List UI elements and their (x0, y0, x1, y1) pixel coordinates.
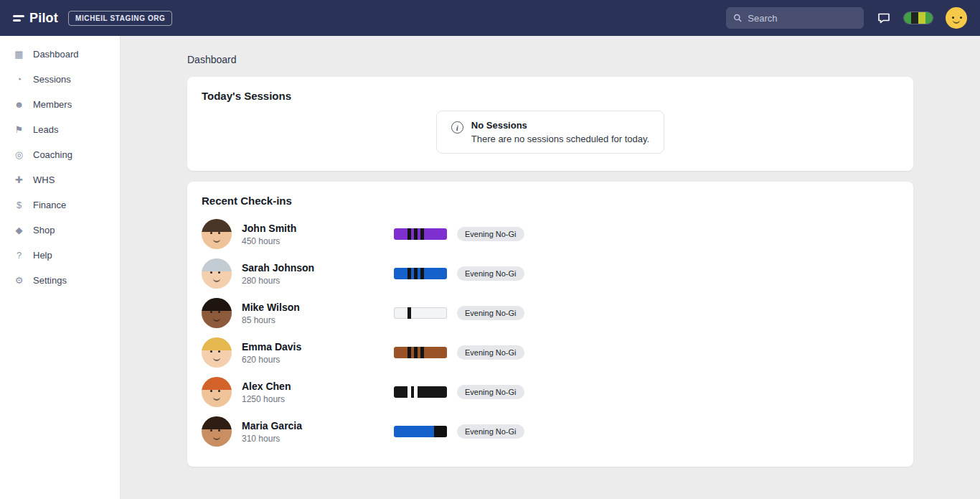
sidebar-item-icon: ⚑ (13, 124, 25, 135)
sidebar-item-icon: ◎ (13, 149, 25, 160)
today-sessions-title: Today's Sessions (202, 90, 899, 102)
avatar-hair (202, 258, 232, 271)
sidebar: ▦ Dashboard ◔ Sessions ☻ Members ⚑ Leads… (0, 36, 121, 499)
recent-checkins-card: Recent Check-ins John Smith 450 hours Ev… (187, 182, 913, 467)
checkin-row[interactable]: John Smith 450 hours Evening No-Gi (202, 217, 899, 251)
sidebar-item-members[interactable]: ☻ Members (0, 92, 120, 117)
sidebar-item-whs[interactable]: ✚ WHS (0, 167, 120, 192)
search-icon (733, 13, 742, 23)
avatar-hair (202, 377, 232, 390)
member-hours: 280 hours (242, 276, 394, 286)
belt-bar (394, 228, 447, 240)
sidebar-item-shop[interactable]: ◆ Shop (0, 218, 120, 243)
member-info: Mike Wilson 85 hours (242, 302, 394, 325)
checkin-class-badge: Evening No-Gi (457, 424, 524, 439)
member-hours: 620 hours (242, 355, 394, 365)
sidebar-item-label: Coaching (33, 149, 72, 160)
sidebar-item-label: Leads (33, 124, 58, 135)
member-info: Alex Chen 1250 hours (242, 381, 394, 404)
avatar-hair (202, 337, 232, 350)
avatar-hair (202, 219, 232, 232)
member-name: Maria Garcia (242, 420, 394, 432)
avatar-hair (202, 416, 232, 429)
pilot-logo-text: Pilot (29, 11, 58, 26)
sidebar-item-label: Members (33, 99, 72, 110)
main-content: Dashboard Today's Sessions i No Sessions… (121, 36, 980, 499)
sidebar-item-label: Shop (33, 225, 55, 235)
today-sessions-card: Today's Sessions i No Sessions There are… (187, 77, 913, 171)
chat-icon[interactable] (877, 11, 891, 25)
checkin-class-badge: Evening No-Gi (457, 266, 524, 281)
member-avatar (202, 258, 232, 289)
member-hours: 450 hours (242, 236, 394, 246)
member-avatar (202, 337, 232, 368)
member-info: Sarah Johnson 280 hours (242, 262, 394, 286)
sidebar-item-dashboard[interactable]: ▦ Dashboard (0, 42, 120, 67)
belt-bar (394, 307, 447, 319)
no-sessions-alert: i No Sessions There are no sessions sche… (436, 111, 664, 154)
sidebar-item-icon: $ (13, 200, 25, 210)
checkin-class-badge: Evening No-Gi (457, 385, 524, 399)
pilot-logo-icon (13, 15, 24, 22)
sidebar-item-finance[interactable]: $ Finance (0, 192, 120, 218)
sidebar-item-icon: ▦ (13, 49, 25, 60)
user-avatar[interactable] (946, 7, 967, 29)
alert-text: There are no sessions scheduled for toda… (471, 134, 649, 144)
pilot-logo[interactable]: Pilot (13, 11, 58, 26)
checkin-class-badge: Evening No-Gi (457, 227, 524, 241)
sidebar-item-help[interactable]: ? Help (0, 243, 120, 268)
sidebar-item-icon: ✚ (13, 174, 25, 185)
member-name: Sarah Johnson (242, 262, 394, 274)
info-icon: i (451, 121, 463, 134)
member-name: Mike Wilson (242, 302, 394, 313)
member-info: Maria Garcia 310 hours (242, 420, 394, 444)
sidebar-item-leads[interactable]: ⚑ Leads (0, 117, 120, 142)
checkin-row[interactable]: Alex Chen 1250 hours Evening No-Gi (202, 375, 899, 409)
checkin-row[interactable]: Maria Garcia 310 hours Evening No-Gi (202, 414, 899, 449)
checkin-row[interactable]: Mike Wilson 85 hours Evening No-Gi (202, 296, 899, 330)
member-name: Emma Davis (242, 341, 394, 353)
member-hours: 85 hours (242, 315, 394, 325)
member-info: John Smith 450 hours (242, 223, 394, 246)
recent-checkins-title: Recent Check-ins (202, 195, 899, 207)
avatar-hair (202, 298, 232, 311)
member-avatar (202, 377, 232, 407)
search-input[interactable] (748, 13, 857, 24)
sidebar-item-icon: ◔ (13, 74, 25, 85)
breadcrumb[interactable]: Dashboard (187, 54, 237, 65)
sidebar-item-sessions[interactable]: ◔ Sessions (0, 67, 120, 92)
sidebar-item-label: Help (33, 250, 52, 261)
user-belt-indicator[interactable] (904, 12, 933, 24)
sidebar-item-label: Finance (33, 200, 66, 210)
sidebar-item-icon: ☻ (13, 99, 25, 110)
checkin-row[interactable]: Emma Davis 620 hours Evening No-Gi (202, 335, 899, 370)
belt-bar (394, 347, 447, 358)
sidebar-item-icon: ◆ (13, 225, 25, 235)
alert-title: No Sessions (471, 120, 649, 131)
topbar: Pilot MICHEIL STAGING ORG (0, 0, 980, 36)
checkin-list: John Smith 450 hours Evening No-Gi Sarah… (202, 217, 899, 449)
checkin-row[interactable]: Sarah Johnson 280 hours Evening No-Gi (202, 256, 899, 291)
checkin-class-badge: Evening No-Gi (457, 345, 524, 360)
sidebar-item-icon: ⚙ (13, 275, 25, 286)
member-info: Emma Davis 620 hours (242, 341, 394, 365)
belt-bar (394, 268, 447, 279)
belt-bar (394, 386, 447, 398)
member-avatar (202, 219, 232, 249)
sidebar-item-label: Settings (33, 275, 67, 286)
sidebar-item-label: WHS (33, 174, 55, 185)
checkin-class-badge: Evening No-Gi (457, 306, 524, 320)
member-avatar (202, 416, 232, 447)
sidebar-item-label: Dashboard (33, 49, 79, 60)
sidebar-item-icon: ? (13, 250, 25, 261)
sidebar-nav: ▦ Dashboard ◔ Sessions ☻ Members ⚑ Leads… (0, 42, 120, 293)
member-avatar (202, 298, 232, 328)
member-hours: 310 hours (242, 434, 394, 444)
member-name: Alex Chen (242, 381, 394, 392)
belt-bar (394, 426, 447, 437)
member-name: John Smith (242, 223, 394, 234)
search-bar[interactable] (726, 7, 864, 29)
member-hours: 1250 hours (242, 394, 394, 404)
sidebar-item-settings[interactable]: ⚙ Settings (0, 268, 120, 293)
sidebar-item-coaching[interactable]: ◎ Coaching (0, 142, 120, 167)
